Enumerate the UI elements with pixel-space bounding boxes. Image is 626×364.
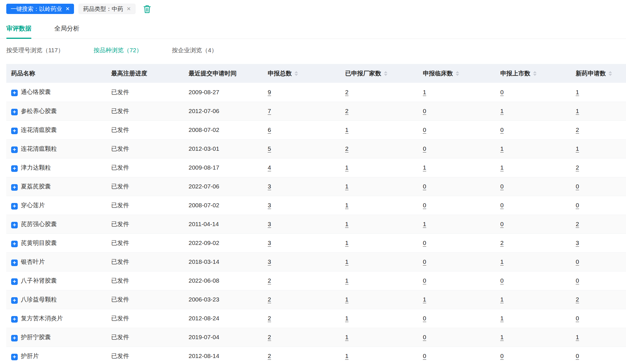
sort-icon[interactable] bbox=[533, 71, 537, 76]
expand-plus-icon[interactable]: + bbox=[11, 241, 18, 247]
count-link[interactable]: 2 bbox=[576, 126, 579, 133]
count-link[interactable]: 0 bbox=[500, 202, 504, 208]
subtab-by-acceptance-number[interactable]: 按受理号浏览（117） bbox=[6, 46, 64, 54]
close-icon[interactable]: ✕ bbox=[127, 6, 131, 11]
count-link[interactable]: 1 bbox=[345, 315, 349, 321]
drug-name[interactable]: 连花清瘟胶囊 bbox=[21, 126, 57, 133]
count-link[interactable]: 2 bbox=[345, 89, 349, 95]
count-link[interactable]: 0 bbox=[423, 258, 426, 265]
tab-global-analysis[interactable]: 全局分析 bbox=[54, 24, 79, 39]
count-link[interactable]: 1 bbox=[345, 277, 349, 284]
count-link[interactable]: 0 bbox=[423, 277, 426, 284]
count-link[interactable]: 4 bbox=[268, 164, 271, 171]
expand-plus-icon[interactable]: + bbox=[11, 146, 18, 153]
count-link[interactable]: 0 bbox=[423, 183, 426, 190]
drug-name[interactable]: 银杏叶片 bbox=[21, 258, 45, 265]
count-link[interactable]: 2 bbox=[576, 296, 579, 303]
count-link[interactable]: 2 bbox=[268, 277, 271, 284]
sort-icon[interactable] bbox=[295, 71, 298, 76]
drug-name[interactable]: 护肝片 bbox=[21, 353, 39, 359]
count-link[interactable]: 0 bbox=[423, 315, 426, 321]
count-link[interactable]: 0 bbox=[576, 183, 579, 190]
expand-plus-icon[interactable]: + bbox=[11, 278, 18, 285]
count-link[interactable]: 1 bbox=[423, 221, 426, 227]
drug-name[interactable]: 连花清瘟颗粒 bbox=[21, 145, 57, 152]
count-link[interactable]: 1 bbox=[423, 89, 426, 95]
tab-review-data[interactable]: 审评数据 bbox=[6, 24, 31, 39]
count-link[interactable]: 0 bbox=[500, 277, 504, 284]
count-link[interactable]: 1 bbox=[345, 126, 349, 133]
expand-plus-icon[interactable]: + bbox=[11, 222, 18, 228]
expand-plus-icon[interactable]: + bbox=[11, 184, 18, 191]
count-link[interactable]: 0 bbox=[500, 126, 504, 133]
count-link[interactable]: 3 bbox=[268, 183, 271, 190]
count-link[interactable]: 0 bbox=[500, 221, 504, 227]
expand-plus-icon[interactable]: + bbox=[11, 260, 18, 266]
count-link[interactable]: 0 bbox=[423, 334, 426, 340]
count-link[interactable]: 1 bbox=[345, 334, 349, 340]
column-header-8[interactable]: 新药申请数 bbox=[571, 64, 626, 83]
count-link[interactable]: 1 bbox=[345, 296, 349, 303]
count-link[interactable]: 1 bbox=[576, 145, 579, 152]
count-link[interactable]: 2 bbox=[345, 145, 349, 152]
sort-icon[interactable] bbox=[384, 71, 387, 76]
drug-name[interactable]: 八珍益母颗粒 bbox=[21, 296, 57, 303]
count-link[interactable]: 3 bbox=[268, 240, 271, 246]
expand-plus-icon[interactable]: + bbox=[11, 297, 18, 304]
drug-name[interactable]: 护肝宁胶囊 bbox=[21, 334, 51, 340]
count-link[interactable]: 0 bbox=[423, 240, 426, 246]
count-link[interactable]: 1 bbox=[576, 334, 579, 340]
count-link[interactable]: 1 bbox=[345, 353, 349, 359]
count-link[interactable]: 1 bbox=[345, 183, 349, 190]
expand-plus-icon[interactable]: + bbox=[11, 128, 18, 134]
drug-name[interactable]: 穿心莲片 bbox=[21, 202, 45, 208]
column-header-6[interactable]: 申报临床数 bbox=[418, 64, 495, 83]
count-link[interactable]: 1 bbox=[500, 334, 504, 340]
count-link[interactable]: 7 bbox=[268, 108, 271, 114]
clear-filters-trash-icon[interactable] bbox=[143, 4, 151, 14]
count-link[interactable]: 3 bbox=[576, 240, 579, 246]
count-link[interactable]: 1 bbox=[345, 164, 349, 171]
column-header-4[interactable]: 申报总数 bbox=[263, 64, 340, 83]
count-link[interactable]: 2 bbox=[500, 240, 504, 246]
count-link[interactable]: 0 bbox=[423, 145, 426, 152]
sort-icon[interactable] bbox=[456, 71, 459, 76]
drug-name[interactable]: 夏荔芪胶囊 bbox=[21, 183, 51, 190]
count-link[interactable]: 0 bbox=[423, 202, 426, 208]
count-link[interactable]: 1 bbox=[500, 315, 504, 321]
count-link[interactable]: 1 bbox=[345, 240, 349, 246]
count-link[interactable]: 1 bbox=[576, 108, 579, 114]
count-link[interactable]: 2 bbox=[268, 334, 271, 340]
count-link[interactable]: 1 bbox=[500, 296, 504, 303]
drug-name[interactable]: 芪苈强心胶囊 bbox=[21, 221, 57, 227]
search-filter-tag[interactable]: 一键搜索：以岭药业 ✕ bbox=[6, 4, 74, 14]
count-link[interactable]: 0 bbox=[576, 258, 579, 265]
count-link[interactable]: 1 bbox=[576, 89, 579, 95]
subtab-by-variety[interactable]: 按品种浏览（72） bbox=[93, 46, 142, 54]
expand-plus-icon[interactable]: + bbox=[11, 109, 18, 115]
count-link[interactable]: 0 bbox=[576, 277, 579, 284]
count-link[interactable]: 1 bbox=[423, 296, 426, 303]
count-link[interactable]: 0 bbox=[500, 89, 504, 95]
expand-plus-icon[interactable]: + bbox=[11, 354, 18, 360]
count-link[interactable]: 1 bbox=[345, 202, 349, 208]
drug-name[interactable]: 通心络胶囊 bbox=[21, 89, 51, 95]
count-link[interactable]: 2 bbox=[268, 315, 271, 321]
count-link[interactable]: 1 bbox=[500, 108, 504, 114]
count-link[interactable]: 1 bbox=[345, 221, 349, 227]
count-link[interactable]: 0 bbox=[423, 353, 426, 359]
drug-name[interactable]: 津力达颗粒 bbox=[21, 164, 51, 171]
count-link[interactable]: 0 bbox=[576, 202, 579, 208]
count-link[interactable]: 3 bbox=[268, 202, 271, 208]
drug-name[interactable]: 芪黄明目胶囊 bbox=[21, 240, 57, 246]
count-link[interactable]: 1 bbox=[500, 164, 504, 171]
subtab-by-company[interactable]: 按企业浏览（4） bbox=[172, 46, 217, 54]
count-link[interactable]: 0 bbox=[500, 353, 504, 359]
count-link[interactable]: 2 bbox=[268, 296, 271, 303]
count-link[interactable]: 0 bbox=[500, 183, 504, 190]
count-link[interactable]: 0 bbox=[576, 315, 579, 321]
expand-plus-icon[interactable]: + bbox=[11, 90, 18, 96]
expand-plus-icon[interactable]: + bbox=[11, 203, 18, 210]
count-link[interactable]: 5 bbox=[268, 145, 271, 152]
expand-plus-icon[interactable]: + bbox=[11, 335, 18, 341]
